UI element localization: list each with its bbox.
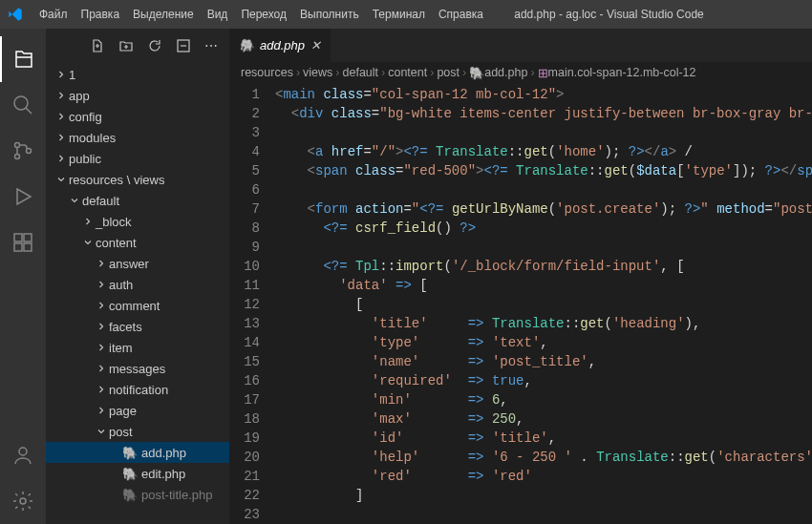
tree-folder[interactable]: answer: [46, 253, 229, 274]
explorer-actions: ⋯: [46, 29, 225, 62]
menu-item[interactable]: Выполнить: [293, 8, 366, 21]
tree-file[interactable]: 🐘post-title.php: [46, 484, 229, 505]
tree-folder[interactable]: public: [46, 148, 229, 169]
tree-item-label: page: [109, 404, 137, 418]
refresh-icon[interactable]: [147, 38, 162, 53]
tree-item-label: add.php: [141, 446, 186, 460]
php-icon: 🐘: [122, 445, 138, 460]
tree-item-label: facets: [109, 320, 142, 334]
collapse-icon[interactable]: [176, 38, 191, 53]
extensions-icon[interactable]: [0, 220, 46, 265]
tree-folder[interactable]: post: [46, 421, 229, 442]
tree-folder[interactable]: modules: [46, 127, 229, 148]
editor-area: 🐘 add.php ✕ resources›views›default›cont…: [229, 29, 812, 524]
tree-item-label: resources \ views: [69, 173, 164, 187]
code-lines[interactable]: <main class="col-span-12 mb-col-12"> <di…: [275, 83, 812, 524]
svg-rect-6: [24, 243, 32, 251]
vscode-icon: [8, 7, 23, 22]
svg-point-9: [20, 498, 26, 504]
tree-folder[interactable]: content: [46, 232, 229, 253]
tree-item-label: item: [109, 341, 133, 355]
window-title: add.php - ag.loc - Visual Studio Code: [490, 8, 804, 21]
tree-folder[interactable]: comment: [46, 295, 229, 316]
menu-item[interactable]: Справка: [432, 8, 490, 21]
new-file-icon[interactable]: [90, 38, 105, 53]
tree-item-label: config: [69, 110, 102, 124]
tree-item-label: app: [69, 89, 90, 103]
breadcrumb-item[interactable]: views: [303, 66, 332, 79]
tree-folder[interactable]: messages: [46, 358, 229, 379]
menu-item[interactable]: Вид: [201, 8, 235, 21]
new-folder-icon[interactable]: [118, 38, 134, 53]
tree-item-label: content: [96, 236, 137, 250]
tree-item-label: comment: [109, 299, 160, 313]
tree-folder[interactable]: config: [46, 106, 229, 127]
breadcrumb-item[interactable]: content: [388, 66, 427, 79]
line-numbers: 1234567891011121314151617181920212223: [229, 83, 275, 524]
svg-rect-5: [14, 243, 22, 251]
file-tree[interactable]: 1appconfigmodulespublicresources \ views…: [46, 62, 229, 524]
titlebar: ФайлПравкаВыделениеВидПереходВыполнитьТе…: [0, 0, 812, 29]
close-icon[interactable]: ✕: [310, 38, 321, 52]
tab-add-php[interactable]: 🐘 add.php ✕: [229, 29, 331, 62]
tree-item-label: edit.php: [141, 467, 185, 481]
tree-file[interactable]: 🐘add.php: [46, 442, 229, 463]
tree-item-label: modules: [69, 131, 116, 145]
svg-point-3: [27, 149, 32, 154]
settings-icon[interactable]: [0, 478, 46, 524]
tree-folder[interactable]: page: [46, 400, 229, 421]
svg-rect-4: [14, 234, 22, 241]
breadcrumb-item[interactable]: default: [343, 66, 379, 79]
more-icon[interactable]: ⋯: [204, 38, 218, 53]
tree-folder[interactable]: _block: [46, 211, 229, 232]
svg-point-1: [15, 143, 20, 148]
tree-item-label: auth: [109, 278, 133, 292]
tree-folder[interactable]: resources \ views: [46, 169, 229, 190]
tree-item-label: _block: [96, 215, 132, 229]
menu-item[interactable]: Правка: [75, 8, 127, 21]
tree-item-label: 1: [69, 68, 75, 82]
tree-folder[interactable]: auth: [46, 274, 229, 295]
explorer-sidebar: ⋯ 1appconfigmodulespublicresources \ vie…: [46, 29, 229, 524]
tree-folder[interactable]: app: [46, 85, 229, 106]
tree-item-label: public: [69, 152, 101, 166]
tree-item-label: post: [109, 425, 133, 439]
breadcrumbs[interactable]: resources›views›default›content›post›🐘 a…: [229, 62, 812, 83]
menubar: ФайлПравкаВыделениеВидПереходВыполнитьТе…: [32, 8, 490, 21]
debug-icon[interactable]: [0, 174, 46, 220]
tree-item-label: messages: [109, 362, 165, 376]
tree-item-label: notification: [109, 383, 168, 397]
tree-folder[interactable]: notification: [46, 379, 229, 400]
tree-item-label: answer: [109, 257, 149, 271]
breadcrumb-item[interactable]: post: [437, 66, 459, 79]
breadcrumb-item[interactable]: add.php: [484, 66, 527, 79]
tree-folder[interactable]: default: [46, 190, 229, 211]
php-icon: 🐘: [122, 487, 138, 502]
php-icon: 🐘: [239, 38, 254, 52]
menu-item[interactable]: Выделение: [126, 8, 201, 21]
tab-label: add.php: [260, 38, 305, 52]
activity-bar: [0, 29, 46, 524]
svg-rect-7: [24, 234, 32, 241]
breadcrumb-item[interactable]: main.col-span-12.mb-col-12: [548, 66, 696, 79]
php-icon: 🐘: [122, 466, 138, 481]
svg-point-2: [15, 155, 20, 159]
menu-item[interactable]: Файл: [32, 8, 75, 21]
svg-point-0: [14, 96, 28, 110]
tree-item-label: default: [82, 194, 119, 208]
account-icon[interactable]: [0, 432, 46, 478]
svg-point-8: [19, 448, 27, 455]
tree-folder[interactable]: item: [46, 337, 229, 358]
tree-file[interactable]: 🐘edit.php: [46, 463, 229, 484]
editor-tabs: 🐘 add.php ✕: [229, 29, 812, 62]
menu-item[interactable]: Терминал: [366, 8, 432, 21]
scm-icon[interactable]: [0, 128, 46, 174]
code-editor[interactable]: 1234567891011121314151617181920212223 <m…: [229, 83, 812, 524]
tree-item-label: post-title.php: [141, 488, 212, 502]
breadcrumb-item[interactable]: resources: [241, 66, 293, 79]
search-icon[interactable]: [0, 82, 46, 128]
tree-folder[interactable]: 1: [46, 64, 229, 85]
tree-folder[interactable]: facets: [46, 316, 229, 337]
menu-item[interactable]: Переход: [234, 8, 293, 21]
explorer-icon[interactable]: [0, 36, 46, 82]
